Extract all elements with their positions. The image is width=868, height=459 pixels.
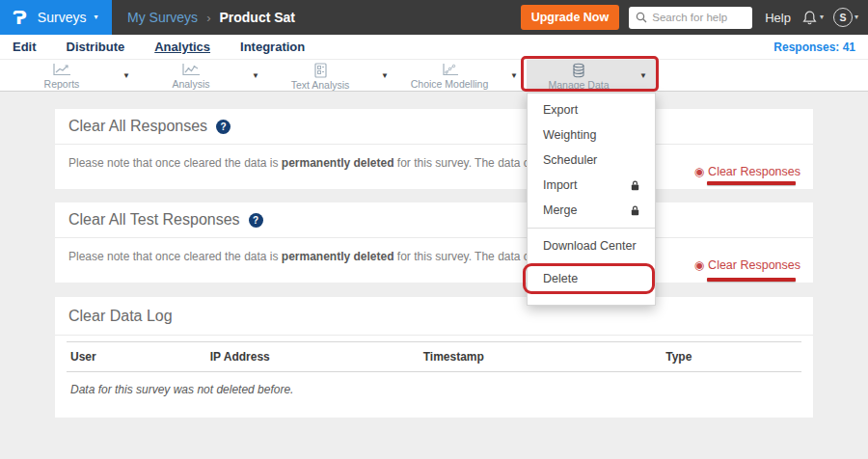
menu-item-weighting[interactable]: Weighting [528,122,655,148]
card-header: Clear All Test Responses ? [55,202,813,238]
menu-item-label: Delete [543,272,578,285]
empty-log-message: Data for this survey was not deleted bef… [67,372,801,396]
menu-item-label: Scheduler [543,153,597,167]
chevron-down-icon[interactable]: ▼ [502,60,527,91]
chevron-down-icon[interactable]: ▼ [243,60,268,91]
breadcrumb-my-surveys[interactable]: My Surveys [127,10,198,25]
column-header-user: User [67,342,206,372]
column-header-timestamp: Timestamp [420,342,662,372]
menu-item-import[interactable]: Import [528,173,655,198]
analysis-label: Analysis [172,78,209,90]
analytics-toolbar: Reports ▼ Analysis ▼ Text Analysis [0,60,868,92]
line-chart-icon [51,63,72,77]
lock-icon [631,205,639,216]
topbar-right-actions: Upgrade Now Help ▾ S ▾ [521,5,868,30]
clear-all-test-responses-card: Clear All Test Responses ? Please note t… [55,202,813,283]
column-header-ip-address: IP Address [206,342,420,372]
search-icon [636,12,647,23]
note-text: Please note that once cleared the data i… [68,156,282,170]
menu-item-export[interactable]: Export [528,97,655,122]
menu-item-scheduler[interactable]: Scheduler [528,148,655,173]
manage-data-menu: Export Weighting Scheduler Import Merge … [527,93,656,306]
trend-chart-icon [180,63,202,77]
tab-edit[interactable]: Edit [13,40,37,54]
avatar[interactable]: S [833,8,853,27]
text-analysis-label: Text Analysis [291,79,350,91]
menu-separator [528,228,655,229]
note-text: Please note that once cleared the data i… [68,250,282,263]
toolbar-group-choice-modelling: Choice Modelling ▼ [397,60,527,91]
responses-count[interactable]: Responses: 41 [773,40,855,54]
clear-responses-label: Clear Responses [708,165,800,178]
help-link[interactable]: Help [765,11,791,25]
text-analysis-button[interactable]: Text Analysis [268,60,372,91]
toolbar-group-analysis: Analysis ▼ [139,60,268,91]
clear-data-log-card: Clear Data Log User IP Address Timestamp… [55,297,813,418]
toolbar-group-manage-data: Manage Data ▼ [527,60,656,91]
tab-integration[interactable]: Integration [240,40,305,54]
manage-data-button[interactable]: Manage Data [527,60,631,91]
toolbar-group-reports: Reports ▼ [10,60,139,91]
breadcrumb-separator-icon: › [206,11,210,25]
manage-data-label: Manage Data [548,79,609,91]
clear-responses-link[interactable]: ◉ Clear Responses [694,165,800,178]
note-bold-text: permanently deleted [282,156,394,170]
product-switcher[interactable]: Ɂ Surveys ▾ [0,0,112,35]
choice-modelling-label: Choice Modelling [411,78,489,90]
chevron-down-icon[interactable]: ▼ [114,60,139,91]
card-header: Clear Data Log [55,297,813,336]
toolbar-group-text-analysis: Text Analysis ▼ [268,60,397,91]
chevron-down-icon[interactable]: ▼ [631,60,656,91]
target-icon: ◉ [694,166,704,177]
help-search-box[interactable] [629,7,752,29]
help-question-icon[interactable]: ? [249,213,263,228]
clear-responses-label: Clear Responses [708,258,800,272]
scatter-chart-icon [439,63,460,77]
tab-analytics[interactable]: Analytics [154,40,210,54]
help-search-input[interactable] [652,12,746,23]
menu-item-label: Download Center [543,239,637,253]
section-title: Clear All Responses [68,118,207,135]
menu-item-label: Weighting [543,128,596,142]
target-icon: ◉ [694,259,704,271]
section-title: Clear All Test Responses [68,211,240,229]
menu-item-download-center[interactable]: Download Center [528,233,655,258]
menu-item-label: Import [543,178,577,192]
data-log-table: User IP Address Timestamp Type [67,341,801,372]
chevron-down-icon[interactable]: ▼ [372,60,397,91]
upgrade-now-button[interactable]: Upgrade Now [521,5,620,30]
choice-modelling-button[interactable]: Choice Modelling [397,60,502,91]
card-header: Clear All Responses ? [55,109,813,145]
breadcrumb-current-survey: Product Sat [219,10,295,25]
reports-label: Reports [44,78,80,90]
chevron-down-icon[interactable]: ▾ [820,14,824,21]
tab-distribute[interactable]: Distribute [67,40,125,54]
product-switcher-label: Surveys [38,10,87,25]
breadcrumb: My Surveys › Product Sat [127,10,295,25]
menu-item-delete-wrap: Delete [528,266,655,291]
analysis-button[interactable]: Analysis [139,60,243,91]
survey-section-nav: Edit Distribute Analytics Integration Re… [0,35,868,60]
menu-item-delete[interactable]: Delete [528,266,655,291]
menu-item-label: Merge [543,203,577,217]
section-title: Clear Data Log [68,308,173,325]
lock-icon [631,180,639,191]
document-icon [313,63,328,78]
help-question-icon[interactable]: ? [216,120,231,134]
data-log-table-wrap: User IP Address Timestamp Type Data for … [67,341,801,396]
chevron-down-icon: ▾ [94,14,97,21]
questionpro-logo-icon: Ɂ [13,9,27,27]
column-header-type: Type [662,342,801,372]
note-bold-text: permanently deleted [282,250,394,263]
database-icon [571,63,586,78]
chevron-down-icon[interactable]: ▾ [854,14,858,21]
top-app-bar: Ɂ Surveys ▾ My Surveys › Product Sat Upg… [0,0,868,35]
clear-test-responses-link[interactable]: ◉ Clear Responses [694,258,800,272]
notifications-bell-icon[interactable] [801,10,818,26]
menu-item-merge[interactable]: Merge [528,198,655,223]
table-header-row: User IP Address Timestamp Type [67,342,801,372]
menu-item-label: Export [543,103,578,117]
clear-all-responses-card: Clear All Responses ? Please note that o… [55,109,813,189]
reports-button[interactable]: Reports [10,60,114,91]
